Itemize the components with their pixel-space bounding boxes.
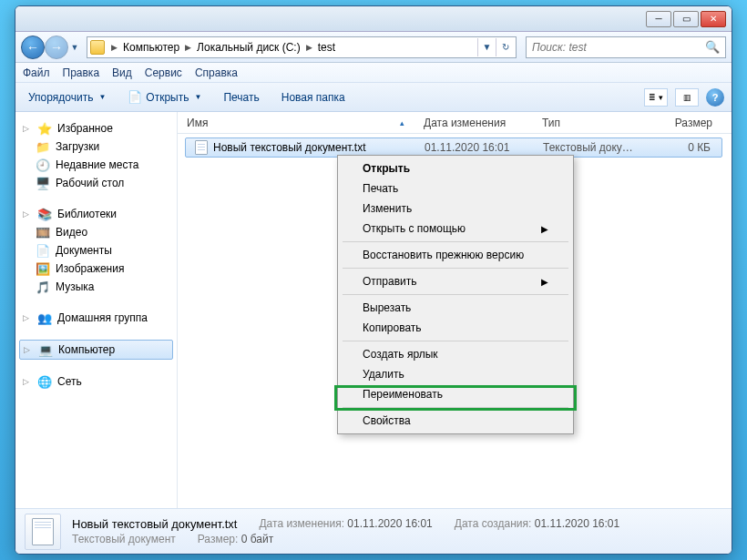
ctx-properties[interactable]: Свойства xyxy=(341,411,570,431)
sidebar-music[interactable]: 🎵Музыка xyxy=(19,278,173,296)
ctx-restore-version[interactable]: Восстановить прежнюю версию xyxy=(341,245,570,265)
menu-bar: Файл Правка Вид Сервис Справка xyxy=(15,63,732,83)
file-type: Текстовый докум... xyxy=(534,141,643,154)
new-folder-button[interactable]: Новая папка xyxy=(276,88,351,107)
sidebar-recent[interactable]: 🕘Недавние места xyxy=(19,156,173,174)
ctx-edit[interactable]: Изменить xyxy=(341,199,570,219)
refresh-button[interactable]: ↻ xyxy=(496,38,514,56)
video-icon: 🎞️ xyxy=(36,225,50,239)
menu-view[interactable]: Вид xyxy=(112,66,132,79)
ctx-print[interactable]: Печать xyxy=(341,178,570,199)
separator xyxy=(343,268,568,269)
menu-tools[interactable]: Сервис xyxy=(145,66,182,79)
sort-asc-icon: ▴ xyxy=(400,118,404,127)
chevron-right-icon[interactable]: ▶ xyxy=(109,43,119,52)
status-modified: 01.11.2020 16:01 xyxy=(347,517,432,530)
column-headers: Имя▴ Дата изменения Тип Размер xyxy=(178,112,732,134)
organize-button[interactable]: Упорядочить▼ xyxy=(23,88,111,107)
folder-icon: 📁 xyxy=(36,139,50,154)
file-large-icon xyxy=(25,514,61,550)
close-button[interactable]: ✕ xyxy=(701,11,726,27)
homegroup-icon: 👥 xyxy=(37,311,52,325)
sidebar-desktop[interactable]: 🖥️Рабочий стол xyxy=(19,174,173,192)
search-icon[interactable]: 🔍 xyxy=(705,40,720,54)
sidebar-pictures[interactable]: 🖼️Изображения xyxy=(19,260,173,278)
sidebar-computer[interactable]: ▷💻Компьютер xyxy=(19,340,173,360)
sidebar-favorites[interactable]: ▷⭐Избранное xyxy=(19,119,173,137)
star-icon: ⭐ xyxy=(37,121,52,136)
separator xyxy=(343,294,568,295)
text-file-icon xyxy=(195,140,208,155)
ctx-rename[interactable]: Переименовать xyxy=(341,384,570,404)
search-input[interactable] xyxy=(532,41,705,54)
sidebar-network[interactable]: ▷🌐Сеть xyxy=(19,372,173,391)
menu-edit[interactable]: Правка xyxy=(63,66,100,79)
preview-pane-button[interactable]: ▥ xyxy=(675,88,699,107)
status-size: 0 байт xyxy=(241,533,273,545)
network-icon: 🌐 xyxy=(37,374,52,389)
chevron-right-icon: ▶ xyxy=(541,277,548,287)
document-icon: 📄 xyxy=(36,243,50,258)
open-button[interactable]: 📄Открыть▼ xyxy=(122,87,207,107)
ctx-cut[interactable]: Вырезать xyxy=(341,298,570,318)
column-name[interactable]: Имя▴ xyxy=(178,117,414,129)
details-pane: Новый текстовый документ.txt Дата измене… xyxy=(15,508,732,554)
chevron-right-icon[interactable]: ▶ xyxy=(183,43,193,52)
navigation-bar: ← → ▼ ▶ Компьютер ▶ Локальный диск (C:) … xyxy=(15,32,732,63)
address-dropdown[interactable]: ▼ xyxy=(477,38,496,56)
history-dropdown[interactable]: ▼ xyxy=(68,36,81,59)
chevron-right-icon: ▶ xyxy=(541,224,548,234)
print-button[interactable]: Печать xyxy=(218,88,264,107)
breadcrumb-folder[interactable]: test xyxy=(314,41,339,54)
search-box[interactable]: 🔍 xyxy=(526,36,726,58)
sidebar-libraries[interactable]: ▷📚Библиотеки xyxy=(19,205,173,223)
titlebar: ─ ▭ ✕ xyxy=(15,6,732,32)
status-filetype: Текстовый документ xyxy=(72,533,176,545)
computer-icon: 💻 xyxy=(38,342,53,357)
desktop-icon: 🖥️ xyxy=(36,176,50,190)
separator xyxy=(343,241,568,242)
breadcrumb-drive[interactable]: Локальный диск (C:) xyxy=(193,41,304,54)
file-date: 01.11.2020 16:01 xyxy=(415,141,534,154)
ctx-copy[interactable]: Копировать xyxy=(341,318,570,338)
ctx-delete[interactable]: Удалить xyxy=(341,364,570,384)
view-options-button[interactable]: ≣ ▾ xyxy=(644,88,668,107)
column-size[interactable]: Размер xyxy=(642,117,732,129)
minimize-button[interactable]: ─ xyxy=(646,11,671,27)
back-button[interactable]: ← xyxy=(21,36,45,59)
ctx-send-to[interactable]: Отправить▶ xyxy=(341,271,570,291)
separator xyxy=(343,341,568,341)
file-size: 0 КБ xyxy=(643,141,721,154)
file-icon: 📄 xyxy=(128,90,142,105)
status-filename: Новый текстовый документ.txt xyxy=(72,517,237,531)
column-date[interactable]: Дата изменения xyxy=(414,117,533,129)
recent-icon: 🕘 xyxy=(36,158,50,172)
sidebar-homegroup[interactable]: ▷👥Домашняя группа xyxy=(19,309,173,327)
ctx-create-shortcut[interactable]: Создать ярлык xyxy=(341,344,570,364)
sidebar-video[interactable]: 🎞️Видео xyxy=(19,223,173,241)
sidebar-documents[interactable]: 📄Документы xyxy=(19,241,173,260)
address-bar[interactable]: ▶ Компьютер ▶ Локальный диск (C:) ▶ test… xyxy=(87,36,517,58)
column-type[interactable]: Тип xyxy=(533,117,642,129)
folder-icon xyxy=(89,39,106,56)
forward-button[interactable]: → xyxy=(45,36,68,59)
pictures-icon: 🖼️ xyxy=(36,261,50,276)
chevron-right-icon[interactable]: ▶ xyxy=(304,43,314,52)
file-name: Новый текстовый документ.txt xyxy=(213,141,366,154)
separator xyxy=(343,407,568,408)
toolbar: Упорядочить▼ 📄Открыть▼ Печать Новая папк… xyxy=(15,83,732,112)
libraries-icon: 📚 xyxy=(37,207,52,221)
ctx-open[interactable]: Открыть xyxy=(341,158,570,178)
ctx-open-with[interactable]: Открыть с помощью▶ xyxy=(341,219,570,239)
navigation-pane: ▷⭐Избранное 📁Загрузки 🕘Недавние места 🖥️… xyxy=(15,112,178,508)
menu-file[interactable]: Файл xyxy=(23,66,50,79)
context-menu: Открыть Печать Изменить Открыть с помощь… xyxy=(337,155,574,434)
music-icon: 🎵 xyxy=(36,280,50,294)
maximize-button[interactable]: ▭ xyxy=(673,11,699,27)
help-button[interactable]: ? xyxy=(706,88,724,107)
status-created: 01.11.2020 16:01 xyxy=(535,517,619,530)
menu-help[interactable]: Справка xyxy=(195,66,238,79)
breadcrumb-computer[interactable]: Компьютер xyxy=(119,41,183,54)
sidebar-downloads[interactable]: 📁Загрузки xyxy=(19,137,173,156)
